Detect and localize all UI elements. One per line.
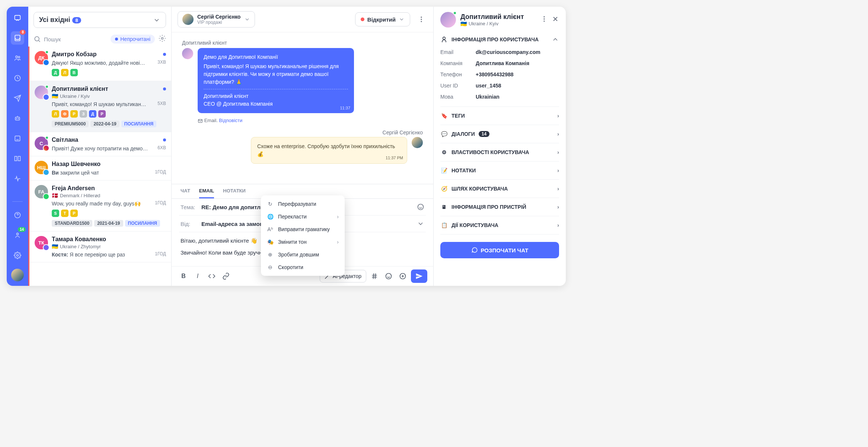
emoji-icon[interactable] [417,203,424,211]
status-dot [361,17,364,21]
nav-activity[interactable] [11,172,24,185]
nav-send[interactable] [11,92,24,105]
nav-bot[interactable] [11,112,24,125]
svg-point-18 [386,274,392,279]
inbox-selector[interactable]: Усі вхідні8 [33,12,166,28]
list-settings-icon[interactable] [159,35,166,44]
search-icon [33,35,41,43]
nav-team[interactable]: 14 [11,229,24,242]
search-input[interactable]: Пошук [33,35,107,43]
conversation-item[interactable]: НШ Назар Шевченко Ви закрили цей чат1ГОД [29,156,171,181]
message-bubble-in: Демо для Допитливої Компанії Привіт, ком… [198,48,354,113]
conversation-item[interactable]: ДК Дмитро Кобзар Дякую! Якщо можливо, до… [29,47,171,81]
team-badge: 14 [18,227,26,232]
section-user-info[interactable]: ІНФОРМАЦІЯ ПРО КОРИСТУВАЧА [440,31,559,48]
link-icon[interactable] [220,270,232,282]
ai-menu-item[interactable]: 🌐Перекласти› [261,210,345,223]
tab-chat[interactable]: ЧАТ [181,188,190,198]
chat-more-icon[interactable] [415,13,427,25]
chevron-down-icon [244,16,250,23]
emoji-icon[interactable] [383,270,395,282]
detail-section[interactable]: 💬 ДІАЛОГИ 14 › [440,127,559,141]
detail-section[interactable]: 🔖 ТЕГИ › [440,108,559,123]
email-reply-link[interactable]: Відповісти [219,118,242,123]
code-icon[interactable] [206,270,218,282]
detail-section[interactable]: 🖥 ІНФОРМАЦІЯ ПРО ПРИСТРІЙ › [440,199,559,214]
detail-section[interactable]: 📋 ДІЇ КОРИСТУВАЧА › [440,218,559,233]
ai-menu: ↻Перефразувати🌐Перекласти›AᵇВиправити гр… [261,195,345,276]
contact-location: 🇺🇦Ukraine / Kyiv [460,21,524,27]
assignee-avatar [182,14,194,25]
inbox-badge: 8 [20,30,26,35]
conversation-item[interactable]: ТК Тамара Коваленко 🇺🇦Ukraine / Zhytomyr… [29,232,171,262]
message-bubble-note: Схоже на enterprise. Спробую здобути їхн… [251,137,407,164]
nav-inbox[interactable]: 8 [11,31,24,45]
conversation-list: ДК Дмитро Кобзар Дякую! Якщо можливо, до… [28,47,171,286]
ai-menu-item[interactable]: AᵇВиправити граматику [261,223,345,236]
italic-icon[interactable]: I [192,270,204,282]
ai-menu-item[interactable]: 🎭Змінити тон› [261,236,345,248]
tab-email[interactable]: EMAIL [199,188,214,198]
nav-help[interactable] [11,208,24,222]
nav-settings[interactable] [11,249,24,262]
svg-point-20 [543,16,545,17]
app: 8 14 Усі вхідні8 Пошук [7,7,566,286]
chat-header: Сергій Сергієнко VIP продажі Відкритий [172,7,433,32]
nav-rail: 8 14 [7,7,28,286]
sender-label-out: Сергій Сергієнко [182,130,423,135]
detail-section[interactable]: 📝 НОТАТКИ › [440,163,559,178]
detail-section[interactable]: 🧭 ШЛЯХ КОРИСТУВАЧА › [440,181,559,196]
composer: ЧАТ EMAIL НОТАТКИ Тема: RE: Демо для доп… [172,184,433,286]
nav-logo[interactable] [11,11,24,25]
bold-icon[interactable]: B [178,270,189,282]
svg-point-13 [421,17,422,18]
ai-menu-item[interactable]: ⊖Скоротити [261,261,345,274]
svg-point-9 [17,233,19,235]
close-icon[interactable] [552,15,559,24]
inbox-label: Усі вхідні [39,16,70,23]
assignee-selector[interactable]: Сергій Сергієнко VIP продажі [178,11,255,28]
svg-point-14 [421,19,422,20]
add-icon[interactable] [397,270,409,282]
user-info-grid: Emaildk@curiouscompany.comКомпаніяДопитл… [440,48,559,105]
svg-point-17 [418,204,424,210]
tab-notes[interactable]: НОТАТКИ [223,188,246,198]
svg-point-10 [17,255,19,256]
ai-menu-item[interactable]: ⊕Зробити довшим [261,248,345,261]
svg-point-22 [543,20,545,22]
nav-widget[interactable] [11,132,24,145]
nav-avatar[interactable] [11,269,24,281]
sender-label: Допитливий клієнт [182,40,423,46]
chevron-down-icon [153,16,160,24]
svg-rect-7 [15,136,20,141]
nav-kb[interactable] [11,152,24,165]
email-meta: Email. Відповісти [198,118,423,124]
nav-contacts[interactable] [11,51,24,65]
details-more-icon[interactable] [540,15,548,24]
svg-point-21 [543,18,545,19]
svg-rect-0 [15,15,20,20]
ai-menu-item[interactable]: ↻Перефразувати [261,198,345,210]
status-selector[interactable]: Відкритий [355,12,410,26]
message-avatar [412,137,423,148]
svg-point-23 [443,37,446,39]
svg-point-5 [16,118,17,119]
chevron-up-icon [552,36,559,43]
svg-point-6 [18,118,19,119]
svg-point-1 [16,56,17,58]
conversation-item[interactable]: С Світлана Привіт! Дуже хочу потрапити н… [29,132,171,156]
nav-history[interactable] [11,71,24,85]
send-button[interactable] [411,269,427,283]
hash-icon[interactable] [368,270,380,282]
svg-point-12 [162,38,163,39]
conversation-item[interactable]: Допитливий клієнт 🇺🇦Ukraine / Kyiv Приві… [29,81,171,132]
contact-avatar [440,12,456,28]
filter-unread[interactable]: Непрочитані [111,35,155,44]
start-chat-button[interactable]: РОЗПОЧАТИ ЧАТ [440,242,559,258]
conversation-item[interactable]: FA Freja Andersen 🇩🇰Denmark / Hillerød W… [29,181,171,232]
detail-section[interactable]: ⚙ ВЛАСТИВОСТІ КОРИСТУВАЧА › [440,145,559,160]
chat-column: Сергій Сергієнко VIP продажі Відкритий Д… [172,7,434,286]
details-column: Допитливий клієнт 🇺🇦Ukraine / Kyiv ІНФОР… [434,7,566,286]
chat-icon [471,246,478,254]
chevron-down-icon [399,16,405,23]
